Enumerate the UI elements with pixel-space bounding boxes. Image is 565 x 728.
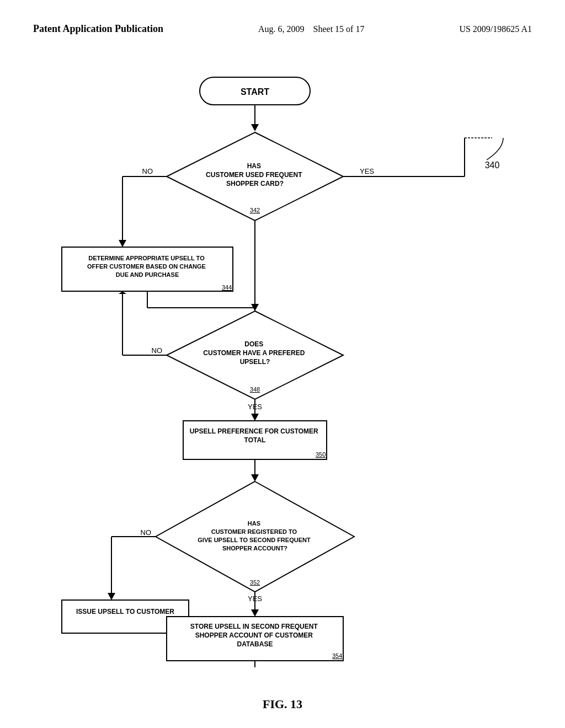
- ref-344: 344: [222, 284, 232, 291]
- ref-354: 354: [332, 652, 342, 659]
- publication-title: Patent Application Publication: [33, 22, 163, 36]
- figure-caption: FIG. 13: [263, 697, 302, 711]
- no-label-2: NO: [152, 346, 163, 355]
- svg-marker-20: [251, 414, 259, 421]
- ref-340: 340: [485, 160, 500, 170]
- svg-marker-23: [251, 474, 259, 481]
- svg-marker-6: [119, 240, 126, 247]
- flowchart-diagram: 340 START HAS CUSTOMER USED FREQUENT SHO…: [34, 61, 531, 667]
- no-label-3: NO: [141, 528, 152, 537]
- ref-348: 348: [250, 386, 260, 393]
- svg-marker-2: [251, 124, 259, 131]
- svg-marker-27: [108, 593, 115, 600]
- box346-text: ISSUE UPSELL TO CUSTOMER: [76, 608, 174, 615]
- no-label-1: NO: [142, 167, 153, 175]
- start-label: START: [241, 87, 269, 97]
- publication-date: Aug. 6, 2009 Sheet 15 of 17: [258, 22, 364, 34]
- patent-number: US 2009/198625 A1: [459, 22, 532, 34]
- ref-350: 350: [316, 451, 326, 458]
- ref-342: 342: [250, 207, 260, 213]
- page-header: Patent Application Publication Aug. 6, 2…: [0, 0, 565, 36]
- svg-marker-33: [251, 609, 259, 617]
- ref-352: 352: [250, 579, 260, 586]
- yes-label-1: YES: [360, 167, 374, 175]
